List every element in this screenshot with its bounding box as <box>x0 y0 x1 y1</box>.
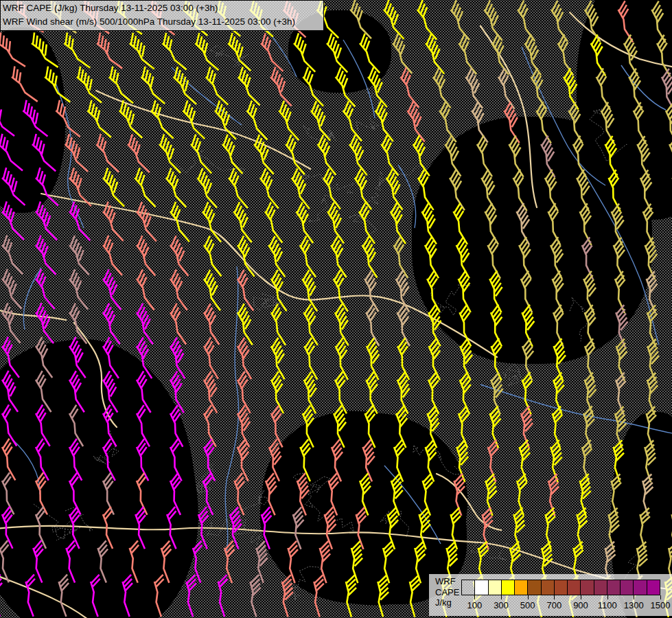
wind-barb <box>167 439 189 481</box>
wind-barb <box>134 439 157 481</box>
wind-barb <box>364 338 386 380</box>
wind-barb <box>99 202 130 242</box>
wind-barb <box>235 439 256 482</box>
colorbar-cell <box>621 580 634 595</box>
wind-barb <box>385 507 402 550</box>
wind-barb <box>322 507 340 550</box>
wind-barb <box>67 472 89 515</box>
legend-caption: WRF CAPE J/kg <box>435 576 459 608</box>
wind-barb <box>488 372 508 415</box>
wind-barb <box>298 439 318 482</box>
wind-barb <box>67 507 87 549</box>
wind-barb <box>358 473 376 516</box>
wind-barb <box>27 134 62 173</box>
colorbar-cell <box>542 580 555 595</box>
wind-barb <box>224 33 257 72</box>
wind-barb <box>607 508 622 550</box>
wind-barb <box>394 304 417 347</box>
wind-barb <box>83 100 117 139</box>
wind-barb <box>167 270 195 312</box>
wind-barb <box>133 405 157 448</box>
colorbar-tick-label: 300 <box>486 600 516 610</box>
wind-barb <box>201 405 224 448</box>
colorbar-tick <box>581 595 581 599</box>
wind-barb <box>0 168 32 207</box>
wind-barb <box>359 236 385 279</box>
wind-barb <box>324 203 351 244</box>
wind-barb <box>191 33 225 72</box>
wind-barb <box>362 406 383 448</box>
wind-barb <box>200 270 228 312</box>
wind-barb <box>92 33 128 71</box>
wind-barb <box>234 270 261 312</box>
wind-barb <box>483 474 500 516</box>
colorbar-tick-label: 1500 <box>645 600 672 610</box>
colorbar-cell <box>475 580 488 595</box>
wind-barb <box>489 339 509 381</box>
wind-barb <box>92 134 126 174</box>
wind-barb <box>670 170 672 213</box>
wind-barb <box>332 67 362 108</box>
wind-barb <box>457 372 478 415</box>
wind-barb <box>615 1 640 43</box>
wind-barb <box>663 102 672 145</box>
wind-barb <box>235 371 258 414</box>
wind-barb <box>266 67 299 108</box>
wind-barb <box>667 136 672 179</box>
colorbar-tick-label: 700 <box>539 600 569 610</box>
wind-barb <box>60 134 94 173</box>
wind-barb <box>329 439 349 482</box>
wind-barb <box>515 474 532 516</box>
wind-barb <box>520 372 539 415</box>
wind-barb <box>426 304 448 347</box>
wind-barb <box>331 406 352 448</box>
wind-barb <box>480 0 509 41</box>
wind-barb <box>301 304 325 347</box>
wind-barb <box>162 168 194 209</box>
wind-barb <box>548 1 575 43</box>
wind-barb <box>27 32 64 69</box>
cape-legend-panel: WRF CAPE J/kg 10030050070090011001300150… <box>429 574 672 616</box>
wind-barb <box>100 439 123 481</box>
wind-barb <box>0 540 16 583</box>
wind-barb <box>447 0 476 41</box>
wind-barb <box>485 440 504 483</box>
wind-barb <box>152 575 170 617</box>
wind-barb <box>332 338 356 380</box>
wind-barb <box>413 0 444 41</box>
wind-barb <box>580 440 597 483</box>
wind-barb <box>133 304 161 345</box>
wind-barb <box>167 371 192 414</box>
wind-barb <box>640 474 656 516</box>
wind-barb <box>268 304 293 346</box>
wind-barb <box>578 474 594 516</box>
wind-barb <box>31 540 50 583</box>
wind-barb <box>100 405 124 448</box>
wind-barb <box>642 440 659 483</box>
wind-barb <box>330 270 356 312</box>
wind-barb <box>393 271 417 313</box>
wind-barb <box>115 100 148 139</box>
wind-barb <box>551 372 570 415</box>
wind-barb <box>201 67 235 106</box>
wind-barb <box>654 35 672 78</box>
wind-barb <box>290 33 322 73</box>
wind-barb <box>33 439 57 481</box>
wind-barb <box>649 1 672 44</box>
wind-barb <box>380 0 411 41</box>
wind-barb <box>389 34 419 75</box>
wind-barb <box>354 507 371 550</box>
wind-barb <box>455 271 478 313</box>
colorbar-tick <box>528 595 529 599</box>
wind-barb <box>356 34 386 74</box>
wind-barb <box>200 337 226 380</box>
wind-barb <box>480 507 496 550</box>
wind-barb <box>0 201 31 241</box>
wind-barb <box>234 338 259 380</box>
wind-barb <box>448 507 465 550</box>
colorbar-cell <box>568 580 581 595</box>
wind-barb <box>551 339 571 381</box>
wind-barb <box>65 168 98 207</box>
wind-barb <box>262 203 290 244</box>
wind-barb <box>200 473 221 516</box>
